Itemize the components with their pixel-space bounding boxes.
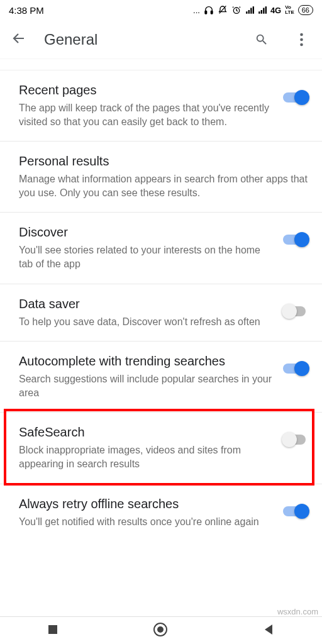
- setting-title: SafeSearch: [19, 425, 272, 440]
- svg-point-6: [300, 43, 303, 46]
- setting-title: Autocomplete with trending searches: [19, 354, 272, 369]
- back-nav-button[interactable]: [262, 623, 275, 638]
- alarm-icon: [231, 5, 242, 15]
- android-navbar: [0, 616, 322, 644]
- setting-data-saver[interactable]: Data saverTo help you save data, Discove…: [0, 284, 322, 342]
- toggle-autocomplete-trending[interactable]: [282, 360, 309, 377]
- setting-description: You'll see stories related to your inter…: [19, 243, 272, 270]
- svg-rect-0: [205, 11, 207, 14]
- toggle-retry-offline[interactable]: [282, 503, 309, 519]
- setting-title: Data saver: [19, 297, 272, 311]
- setting-title: Personal results: [19, 154, 309, 169]
- status-time: 4:38 PM: [9, 5, 44, 16]
- svg-point-5: [300, 38, 303, 41]
- toggle-discover[interactable]: [282, 231, 309, 248]
- home-button[interactable]: [153, 622, 168, 640]
- recents-button[interactable]: [47, 624, 58, 638]
- setting-personal-results[interactable]: Personal resultsManage what information …: [0, 142, 322, 213]
- setting-description: You'll get notified with results once yo…: [19, 515, 272, 529]
- toggle-safesearch[interactable]: [282, 431, 309, 448]
- setting-description: To help you save data, Discover won't re…: [19, 315, 272, 329]
- battery-indicator: 66: [298, 5, 313, 15]
- network-label: 4G: [270, 6, 281, 15]
- settings-list: Recent pagesThe app will keep track of t…: [0, 70, 322, 541]
- overflow-menu-button[interactable]: [292, 33, 311, 47]
- back-button[interactable]: [11, 31, 26, 48]
- svg-rect-1: [211, 11, 213, 14]
- app-bar: General: [0, 20, 322, 59]
- setting-safesearch[interactable]: SafeSearchBlock inappropriate images, vi…: [0, 413, 322, 484]
- status-right: ... 4G VoLTE 66: [193, 5, 313, 15]
- toggle-recent-pages[interactable]: [282, 89, 309, 106]
- setting-description: Manage what information appears in searc…: [19, 172, 309, 199]
- svg-point-9: [157, 626, 164, 633]
- setting-description: Search suggestions will include popular …: [19, 372, 272, 399]
- status-bar: 4:38 PM ... 4G VoLTE 66: [0, 0, 322, 20]
- setting-discover[interactable]: DiscoverYou'll see stories related to yo…: [0, 213, 322, 284]
- volte-label: VoLTE: [285, 5, 294, 15]
- signal-icon-1: [245, 6, 254, 14]
- more-dots: ...: [193, 6, 200, 15]
- svg-rect-7: [48, 625, 57, 634]
- search-button[interactable]: [249, 33, 274, 47]
- setting-retry-offline[interactable]: Always retry offline searchesYou'll get …: [0, 484, 322, 541]
- setting-title: Discover: [19, 225, 272, 240]
- watermark: wsxdn.com: [277, 607, 318, 616]
- setting-description: The app will keep track of the pages tha…: [19, 101, 272, 128]
- signal-icon-2: [258, 6, 267, 14]
- svg-point-4: [300, 33, 303, 36]
- setting-title: Recent pages: [19, 83, 272, 97]
- setting-title: Always retry offline searches: [19, 497, 272, 511]
- toggle-data-saver[interactable]: [282, 303, 309, 319]
- setting-autocomplete-trending[interactable]: Autocomplete with trending searchesSearc…: [0, 341, 322, 413]
- page-title: General: [44, 31, 231, 48]
- setting-description: Block inappropriate images, videos and s…: [19, 443, 272, 470]
- headphones-icon: [204, 5, 214, 15]
- do-not-disturb-icon: [218, 5, 228, 15]
- setting-recent-pages[interactable]: Recent pagesThe app will keep track of t…: [0, 70, 322, 142]
